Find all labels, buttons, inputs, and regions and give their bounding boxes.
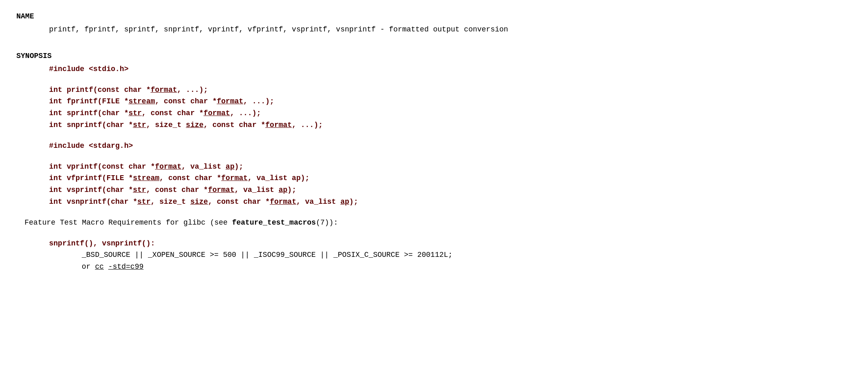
func-printf: int printf(const char *format, ...); xyxy=(16,84,852,96)
func-fprintf: int fprintf(FILE *stream, const char *fo… xyxy=(16,96,852,107)
func-snprintf: int snprintf(char *str, size_t size, con… xyxy=(16,119,852,131)
func-vsprintf: int vsprintf(char *str, const char *form… xyxy=(16,184,852,196)
synopsis-section: SYNOPSIS #include <stdio.h> int printf(c… xyxy=(16,52,852,273)
ftm-prose: Feature Test Macro Requirements for glib… xyxy=(16,217,852,229)
name-value: printf, fprintf, sprintf, snprintf, vpri… xyxy=(16,24,852,36)
synopsis-heading: SYNOPSIS xyxy=(16,52,852,60)
func-vprintf: int vprintf(const char *format, va_list … xyxy=(16,161,852,173)
ftm-line2: or cc -std=c99 xyxy=(16,261,852,273)
func-sprintf: int sprintf(char *str, const char *forma… xyxy=(16,107,852,119)
func-vsnprintf: int vsnprintf(char *str, size_t size, co… xyxy=(16,196,852,208)
name-heading: NAME xyxy=(16,12,852,20)
ftm-line1: _BSD_SOURCE || _XOPEN_SOURCE >= 500 || _… xyxy=(16,249,852,261)
func-vfprintf: int vfprintf(FILE *stream, const char *f… xyxy=(16,172,852,184)
name-section: NAME printf, fprintf, sprintf, snprintf,… xyxy=(16,12,852,36)
ftm-functions: snprintf(), vsnprintf(): xyxy=(16,238,852,250)
include-stdio: #include <stdio.h> xyxy=(16,63,852,75)
include-stdarg: #include <stdarg.h> xyxy=(16,140,852,152)
